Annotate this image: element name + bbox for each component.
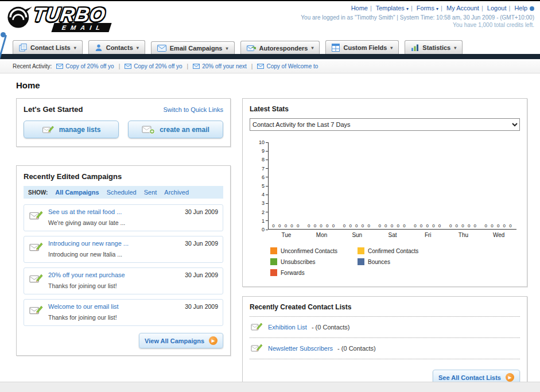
chart-y-axis: 012345678910 [253,142,268,230]
filter-scheduled[interactable]: Scheduled [107,189,137,196]
tab-contact-lists[interactable]: Contact Lists ▾ [13,40,83,54]
logo-sub: EMAIL [51,23,111,32]
campaign-date: 30 Jun 2009 [185,303,218,310]
tab-autoresponders[interactable]: Autoresponders ▾ [240,41,320,54]
dropdown-arrow-icon: ▾ [226,46,228,51]
view-all-campaigns-label: View All Campaigns [145,337,204,344]
main-content: Home Let's Get Started Switch to Quick L… [0,73,540,392]
tab-custom-fields[interactable]: Custom Fields ▾ [325,40,399,54]
campaign-date: 30 Jun 2009 [185,271,218,278]
show-label: SHOW: [28,189,48,196]
dropdown-arrow-icon: ▾ [311,45,313,51]
legend-swatch [270,247,277,254]
legend-swatch [270,258,277,265]
logo-text: TURBO EMAIL [33,3,110,32]
view-all-campaigns-button[interactable]: View All Campaigns ▶ [139,333,223,348]
tab-contacts[interactable]: Contacts ▾ [88,40,145,54]
contact-list-item: Exhibition List - (0 Contacts) [250,317,520,338]
latest-stats-panel: Latest Stats Contact Activity for the La… [242,98,527,287]
switch-to-quick-links[interactable]: Switch to Quick Links [163,106,223,113]
page-title: Home [16,80,527,90]
dropdown-arrow-icon: ▾ [436,6,438,11]
topnav-help-link[interactable]: Help [514,5,527,11]
pencil-envelope-icon [29,273,44,286]
dropdown-arrow-icon: ▾ [390,45,393,51]
legend-label: Bounces [368,259,390,265]
topnav-forms-link[interactable]: Forms ▾ [417,5,438,11]
campaign-subtitle: Thanks for joining our list! [48,314,117,321]
dropdown-arrow-icon: ▾ [454,45,456,51]
arrow-circle-icon: ▶ [506,373,514,382]
stats-period-select[interactable]: Contact Activity for the Last 7 Days [250,118,520,131]
envelope-icon [193,64,200,69]
legend-item: Confirmed Contacts [358,247,445,254]
recent-activity-link[interactable]: Copy of Welcome to [266,63,318,69]
tab-statistics[interactable]: Statistics ▾ [405,40,463,54]
get-started-title: Let's Get Started [24,105,83,114]
nav-divider-bar [0,54,540,59]
pencil-envelope-icon [251,321,263,333]
campaigns-title: Recently Edited Campaigns [24,172,223,181]
tab-label: Statistics [422,44,450,51]
recent-activity-item: Copy of 20% off yo [125,63,182,69]
pencil-envelope-icon [29,209,44,223]
chart-groups: 0 0 0 0 00 0 0 0 00 0 0 0 00 0 0 0 00 0 … [269,142,516,229]
topnav-home-link[interactable]: Home [351,5,368,11]
contact-list-link[interactable]: Newsletter Subscribers [268,345,333,352]
recent-activity-bar: Recent Activity: Copy of 20% off yo | Co… [0,59,540,73]
pencil-envelope-icon [29,304,44,318]
recent-activity-link[interactable]: Copy of 20% off yo [65,63,114,69]
topnav-logout-link[interactable]: Logout [487,5,507,11]
autoresponders-icon [247,44,256,52]
chart-legend: Unconfirmed ContactsConfirmed ContactsUn… [270,247,516,276]
filter-archived[interactable]: Archived [164,189,189,196]
contacts-icon [95,44,103,52]
main-tab-bar: Contact Lists ▾ Contacts ▾ Email Campaig… [0,38,540,54]
create-email-label: create an email [160,126,209,134]
topnav-forms-label: Forms [417,5,434,11]
legend-item: Bounces [358,258,445,265]
filter-all-campaigns[interactable]: All Campaigns [55,189,99,196]
contact-list-detail: - (0 Contacts) [312,324,350,331]
campaign-title-link[interactable]: 20% off your next purchase [48,271,180,278]
campaigns-filter-bar: SHOW: All Campaigns Scheduled Sent Archi… [24,186,223,199]
filter-sent[interactable]: Sent [144,189,157,196]
campaign-date: 30 Jun 2009 [185,208,218,215]
campaign-title-link[interactable]: Welcome to our email list [48,303,180,310]
separator: | [251,63,253,69]
separator: | [441,5,442,11]
see-all-contact-lists-label: See All Contact Lists [438,374,501,381]
tab-label: Email Campaigns [170,45,223,52]
campaign-title-link[interactable]: Introducing our new range ... [48,240,180,247]
topnav-my-account-link[interactable]: My Account [446,5,479,11]
topnav-templates-label: Templates [376,5,405,11]
campaign-date: 30 Jun 2009 [185,240,218,247]
right-column: Latest Stats Contact Activity for the La… [242,98,527,392]
legend-swatch [358,247,364,254]
contact-lists-icon [19,44,27,52]
legend-item: Unsubscribes [270,258,358,265]
create-email-button[interactable]: create an email [128,121,223,138]
legend-item: Forwards [270,269,358,276]
pencil-envelope-icon [42,125,55,134]
contact-list-link[interactable]: Exhibition List [268,324,307,331]
tab-label: Contacts [106,44,133,51]
tab-label: Autoresponders [259,45,308,52]
contact-activity-chart: 012345678910 0 0 0 0 00 0 0 0 00 0 0 0 0… [253,142,516,276]
separator: | [119,63,121,69]
campaign-row: Introducing our new range ...Introducing… [24,236,223,263]
recent-activity-link[interactable]: 20% off your next [202,63,247,69]
legend-swatch [358,258,364,265]
dropdown-arrow-icon: ▾ [137,45,139,51]
separator: | [187,63,189,69]
separator: | [411,5,413,11]
help-dot-icon [530,6,534,11]
topnav-templates-link[interactable]: Templates ▾ [376,5,409,11]
recent-activity-link[interactable]: Copy of 20% off yo [134,63,182,69]
tab-email-campaigns[interactable]: Email Campaigns ▾ [151,41,235,54]
campaign-title-link[interactable]: See us at the retail food ... [48,208,180,215]
manage-lists-button[interactable]: manage lists [24,121,119,138]
contact-list-item: Newsletter Subscribers - (0 Contacts) [250,338,520,359]
legend-label: Unsubscribes [281,259,316,265]
recent-activity-label: Recent Activity: [13,63,52,69]
